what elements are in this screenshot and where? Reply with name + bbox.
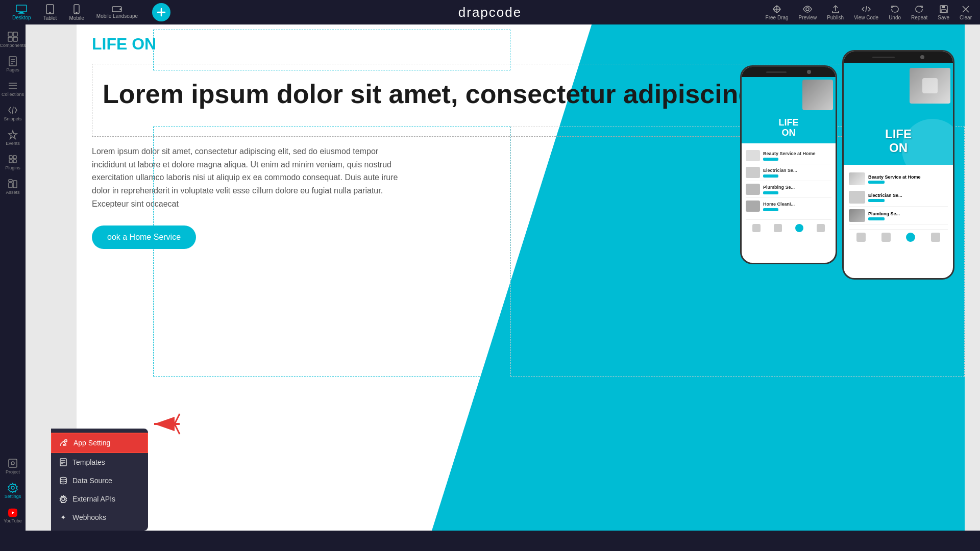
canvas-content: LIFE ON Lorem ipsum dolor sit amet, cons…	[26, 24, 980, 531]
canvas-area: App Setting Templates Data Source	[26, 24, 980, 531]
settings-templates[interactable]: Templates	[51, 453, 148, 471]
brand-logo: drapcode	[458, 5, 522, 20]
red-arrow-indicator	[144, 411, 185, 439]
sidebar-item-project[interactable]: Project	[1, 455, 24, 478]
phone-screen-1: LIFE ON Beauty Service at Home	[742, 67, 836, 263]
preview-button[interactable]: Preview	[799, 5, 817, 20]
svg-rect-33	[13, 156, 16, 159]
bottom-bar	[0, 531, 980, 551]
sidebar-item-collections[interactable]: Collections	[1, 78, 24, 100]
phone-screen-2: LIFEON Beauty Service at Home	[844, 52, 953, 278]
toolbar-left: Desktop Tablet Mobile Mobile Landscape	[8, 2, 177, 23]
svg-rect-23	[9, 57, 16, 66]
sidebar-item-settings[interactable]: Settings	[1, 480, 24, 502]
settings-popup: App Setting Templates Data Source	[51, 429, 148, 531]
svg-marker-31	[9, 131, 17, 139]
top-toolbar: Desktop Tablet Mobile Mobile Landscape	[0, 0, 980, 24]
brand-logo-area: drapcode	[458, 5, 522, 20]
svg-point-8	[120, 9, 121, 10]
body-text: Lorem ipsum dolor sit amet, consectetur …	[92, 145, 398, 210]
svg-text:✦: ✦	[60, 513, 66, 521]
svg-rect-16	[941, 10, 946, 12]
sidebar-item-components[interactable]: Components	[1, 29, 24, 51]
clear-button[interactable]: Clear	[960, 5, 972, 20]
website-preview: LIFE ON Lorem ipsum dolor sit amet, cons…	[77, 24, 965, 531]
save-button[interactable]: Save	[938, 5, 949, 20]
device-mobile[interactable]: Mobile	[65, 2, 88, 23]
repeat-button[interactable]: Repeat	[911, 5, 927, 20]
svg-rect-37	[13, 181, 17, 188]
view-code-button[interactable]: View Code	[854, 5, 878, 20]
svg-point-4	[50, 12, 51, 13]
svg-line-30	[12, 107, 13, 114]
svg-point-6	[76, 12, 77, 13]
left-sidebar: Components Pages Collections	[0, 24, 26, 531]
preview-hero: LIFE ON Lorem ipsum dolor sit amet, cons…	[77, 24, 965, 531]
main-area: Components Pages Collections	[0, 24, 980, 531]
device-desktop[interactable]: Desktop	[8, 3, 35, 22]
svg-rect-34	[9, 160, 12, 163]
svg-point-40	[11, 462, 14, 465]
svg-rect-35	[13, 160, 16, 163]
svg-point-41	[11, 486, 14, 489]
svg-point-49	[60, 478, 66, 480]
device-mobile-landscape[interactable]: Mobile Landscape	[92, 4, 142, 21]
svg-rect-19	[8, 32, 12, 36]
svg-rect-0	[16, 5, 27, 12]
settings-external-apis[interactable]: External APIs	[51, 490, 148, 508]
svg-rect-44	[65, 440, 67, 442]
add-element-button[interactable]	[152, 3, 170, 21]
svg-rect-32	[9, 156, 12, 159]
svg-rect-15	[942, 6, 945, 8]
svg-rect-21	[8, 37, 12, 41]
sidebar-item-plugins[interactable]: Plugins	[1, 151, 24, 173]
settings-data-source[interactable]: Data Source	[51, 471, 148, 490]
cta-button[interactable]: ook a Home Service	[92, 226, 196, 249]
toolbar-right: Free Drag Preview Publish View Code	[766, 5, 972, 20]
svg-rect-20	[13, 32, 17, 36]
undo-button[interactable]: Undo	[889, 5, 901, 20]
svg-rect-38	[9, 180, 12, 182]
sidebar-item-youtube[interactable]: YouTube	[1, 504, 24, 527]
sidebar-item-pages[interactable]: Pages	[1, 53, 24, 76]
svg-rect-22	[13, 37, 17, 41]
svg-line-13	[866, 6, 867, 12]
svg-rect-39	[9, 459, 17, 467]
publish-button[interactable]: Publish	[827, 5, 844, 20]
sidebar-item-events[interactable]: Events	[1, 127, 24, 149]
phone-mockup-2: LIFEON Beauty Service at Home	[842, 50, 954, 280]
device-tablet[interactable]: Tablet	[39, 2, 61, 23]
sidebar-item-assets[interactable]: Assets	[1, 176, 24, 198]
phone-mockup-1: LIFE ON Beauty Service at Home	[740, 65, 837, 264]
sidebar-item-snippets[interactable]: Snippets	[1, 102, 24, 124]
free-drag-button[interactable]: Free Drag	[766, 5, 789, 20]
svg-point-11	[806, 8, 809, 11]
svg-point-50	[62, 497, 65, 500]
settings-webhooks[interactable]: ✦ Webhooks	[51, 508, 148, 527]
phone-mockups: LIFE ON Beauty Service at Home	[740, 50, 954, 280]
settings-app-setting[interactable]: App Setting	[51, 433, 148, 453]
svg-rect-36	[9, 183, 12, 188]
